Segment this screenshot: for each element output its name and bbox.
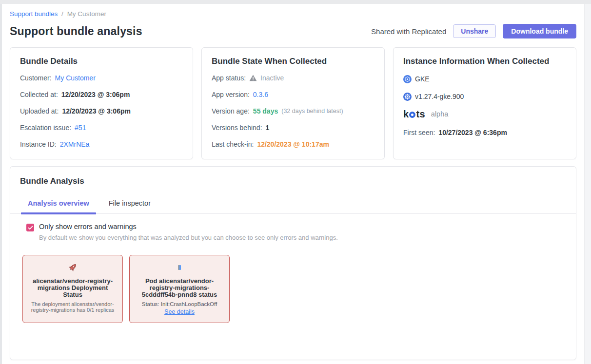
distribution-value: GKE	[415, 74, 430, 84]
uploaded-at-value: 12/20/2023 @ 3:06pm	[62, 106, 131, 116]
breadcrumb: Support bundles / My Customer	[10, 10, 576, 18]
tab-file-inspector[interactable]: File inspector	[102, 194, 158, 213]
pod-status-result-card[interactable]: Pod alicenstar/vendor-registry-migration…	[129, 255, 230, 323]
shared-with-replicated-note: Shared with Replicated	[371, 27, 446, 36]
gke-icon	[403, 75, 412, 83]
last-checkin-label: Last check-in:	[212, 139, 254, 149]
collected-at-label: Collected at:	[20, 90, 58, 99]
last-checkin-value: 12/20/2023 @ 10:17am	[257, 139, 329, 149]
version-age-label: Version age:	[212, 106, 250, 116]
version-age-value: 55 days	[253, 106, 278, 116]
first-seen-row: First seen: 10/27/2023 @ 6:36pm	[403, 128, 566, 137]
analysis-results: alicenstar/vendor-registry-migrations De…	[22, 255, 576, 323]
customer-label: Customer:	[20, 73, 52, 83]
breadcrumb-support-bundles-link[interactable]: Support bundles	[10, 10, 58, 18]
instance-id-row: Instance ID: 2XMrNEa	[20, 139, 183, 149]
collected-at-value: 12/20/2023 @ 3:06pm	[61, 90, 130, 99]
see-details-link[interactable]: See details	[164, 308, 195, 315]
versions-behind-label: Versions behind:	[212, 123, 262, 133]
errors-warnings-filter: Only show errors and warnings By default…	[10, 214, 576, 241]
customer-row: Customer: My Customer	[20, 73, 183, 83]
last-checkin-row: Last check-in: 12/20/2023 @ 10:17am	[212, 139, 374, 149]
deployment-status-result-card[interactable]: alicenstar/vendor-registry-migrations De…	[22, 255, 123, 323]
customer-link[interactable]: My Customer	[55, 73, 96, 83]
version-age-note: (32 days behind latest)	[281, 106, 343, 116]
tab-analysis-overview[interactable]: Analysis overview	[21, 194, 96, 213]
app-status-value: Inactive	[260, 73, 284, 83]
app-version-link[interactable]: 0.3.6	[253, 90, 268, 99]
bundle-analysis-section: Bundle Analysis Analysis overview File i…	[10, 166, 576, 360]
filter-text: Only show errors and warnings By default…	[39, 223, 338, 241]
window-top-edge	[0, 0, 591, 4]
bundle-details-card: Bundle Details Customer: My Customer Col…	[10, 47, 193, 159]
app-version-label: App version:	[212, 90, 250, 99]
first-seen-value: 10/27/2023 @ 6:36pm	[438, 128, 507, 137]
k8s-version-row: v1.27.4-gke.900	[403, 92, 566, 101]
uploaded-at-row: Uploaded at: 12/20/2023 @ 3:06pm	[20, 106, 183, 116]
bundle-state-title: Bundle State When Collected	[212, 57, 374, 66]
first-seen-label: First seen:	[403, 128, 435, 137]
breadcrumb-separator: /	[61, 10, 63, 18]
versions-behind-value: 1	[266, 123, 270, 133]
kubernetes-icon	[403, 93, 412, 101]
analysis-tabs: Analysis overview File inspector	[10, 194, 576, 214]
instance-id-link[interactable]: 2XMrNEa	[60, 139, 90, 149]
page-header: Support bundle analysis Shared with Repl…	[10, 24, 576, 38]
instance-id-label: Instance ID:	[20, 139, 57, 149]
rocket-icon	[28, 262, 118, 273]
uploaded-at-label: Uploaded at:	[20, 106, 59, 116]
header-actions: Shared with Replicated Unshare Download …	[371, 24, 576, 38]
result-status: Status: Init:CrashLoopBackOff	[135, 301, 224, 307]
versions-behind-row: Versions behind: 1	[212, 123, 374, 133]
broken-image-icon	[135, 262, 224, 273]
only-errors-checkbox[interactable]	[26, 224, 34, 231]
page-scrollbar[interactable]	[584, 4, 591, 364]
filter-label: Only show errors and warnings	[39, 223, 338, 230]
version-age-row: Version age: 55 days (32 days behind lat…	[212, 106, 374, 116]
support-bundle-analysis-page: Support bundles / My Customer Support bu…	[0, 0, 591, 360]
collected-at-row: Collected at: 12/20/2023 @ 3:06pm	[20, 90, 183, 99]
k8s-version-value: v1.27.4-gke.900	[415, 92, 464, 101]
summary-cards-row: Bundle Details Customer: My Customer Col…	[10, 47, 576, 159]
page-title: Support bundle analysis	[10, 25, 142, 38]
kots-logo-o-icon	[409, 112, 415, 118]
breadcrumb-current: My Customer	[67, 10, 106, 18]
escalation-issue-row: Escalation issue: #51	[20, 123, 183, 133]
result-title: alicenstar/vendor-registry-migrations De…	[28, 278, 118, 298]
bundle-state-card: Bundle State When Collected App status: …	[201, 47, 385, 159]
kots-logo: kts	[403, 109, 425, 120]
result-title: Pod alicenstar/vendor-registry-migration…	[135, 278, 224, 298]
bundle-details-title: Bundle Details	[20, 57, 183, 66]
download-bundle-button[interactable]: Download bundle	[503, 24, 576, 38]
app-version-row: App version: 0.3.6	[212, 90, 374, 99]
result-description: The deployment alicenstar/vendor-registr…	[28, 301, 118, 313]
warning-icon	[249, 75, 257, 81]
unshare-button[interactable]: Unshare	[453, 24, 496, 38]
window-left-edge	[0, 0, 2, 364]
escalation-issue-link[interactable]: #51	[75, 123, 86, 133]
app-status-label: App status:	[212, 73, 246, 83]
instance-info-title: Instance Information When Collected	[403, 57, 566, 66]
escalation-issue-label: Escalation issue:	[20, 123, 71, 133]
bundle-analysis-title: Bundle Analysis	[10, 167, 576, 186]
app-status-row: App status: Inactive	[212, 73, 374, 83]
kots-row: kts alpha	[403, 108, 566, 120]
app-window: Support bundles / My Customer Support bu…	[0, 0, 591, 364]
kots-channel: alpha	[431, 110, 448, 118]
distribution-row: GKE	[403, 74, 566, 84]
instance-info-card: Instance Information When Collected GKE …	[393, 47, 576, 159]
filter-description: By default we show you everything that w…	[39, 234, 338, 241]
